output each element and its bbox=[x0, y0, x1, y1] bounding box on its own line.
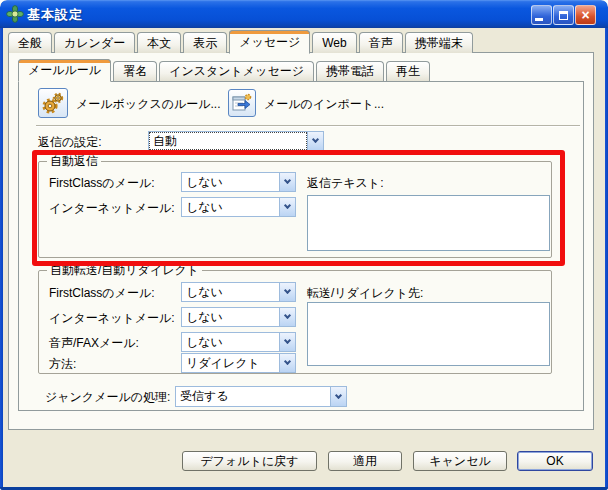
tab-mobile[interactable]: 携帯端末 bbox=[405, 32, 473, 53]
auto-forward-firstclass-label: FirstClassのメール: bbox=[49, 286, 155, 300]
titlebar[interactable]: 基本設定 × bbox=[0, 0, 608, 28]
close-button[interactable]: × bbox=[575, 5, 596, 25]
auto-forward-internet-dropdown[interactable]: しない bbox=[181, 307, 296, 327]
method-dropdown[interactable]: リダイレクト bbox=[181, 353, 296, 373]
reply-setting-label: 返信の設定: bbox=[38, 135, 102, 149]
chevron-down-icon[interactable] bbox=[307, 132, 323, 150]
window-title: 基本設定 bbox=[27, 6, 83, 24]
maximize-button[interactable] bbox=[553, 5, 574, 25]
tab-calendar[interactable]: カレンダー bbox=[54, 32, 135, 53]
app-flower-icon bbox=[6, 5, 24, 23]
maximize-icon bbox=[559, 11, 568, 20]
chevron-down-icon[interactable] bbox=[279, 308, 295, 326]
cancel-button[interactable]: キャンセル bbox=[413, 451, 507, 471]
tab-body[interactable]: 本文 bbox=[137, 32, 181, 53]
auto-forward-firstclass-dropdown[interactable]: しない bbox=[181, 282, 296, 302]
junk-mail-label: ジャンクメールの処理: bbox=[45, 390, 170, 404]
auto-forward-firstclass-value: しない bbox=[182, 283, 279, 301]
preferences-dialog: 基本設定 × 全般 カレンダー 本文 表示 メッセージ Web 音声 携帯端末 … bbox=[0, 0, 608, 490]
voice-fax-dropdown[interactable]: しない bbox=[181, 332, 296, 352]
method-value: リダイレクト bbox=[182, 354, 279, 372]
mailbox-rules-label: メールボックスのルール... bbox=[76, 96, 221, 112]
chevron-down-icon[interactable] bbox=[279, 354, 295, 372]
method-label: 方法: bbox=[49, 357, 76, 371]
tab-web[interactable]: Web bbox=[312, 32, 356, 53]
tab-mail-rules[interactable]: メールルール bbox=[18, 59, 111, 82]
mail-import-button[interactable] bbox=[228, 89, 256, 117]
main-tabstrip: 全般 カレンダー 本文 表示 メッセージ Web 音声 携帯端末 bbox=[8, 30, 473, 53]
tab-mobile-phone[interactable]: 携帯電話 bbox=[316, 61, 384, 81]
chevron-down-icon[interactable] bbox=[279, 333, 295, 351]
mail-import-icon bbox=[231, 92, 253, 114]
restore-defaults-button[interactable]: デフォルトに戻す bbox=[182, 451, 317, 471]
voice-fax-value: しない bbox=[182, 333, 279, 351]
toolbar-separator bbox=[36, 125, 580, 127]
tab-voice[interactable]: 音声 bbox=[359, 32, 403, 53]
chevron-down-icon[interactable] bbox=[330, 387, 346, 406]
reply-setting-dropdown[interactable]: 自動 bbox=[148, 131, 324, 151]
forward-to-area[interactable] bbox=[307, 302, 550, 366]
mailbox-rules-button[interactable] bbox=[38, 88, 68, 118]
tab-messages[interactable]: メッセージ bbox=[229, 30, 310, 54]
auto-forward-internet-label: インターネットメール: bbox=[49, 311, 175, 325]
apply-button[interactable]: 適用 bbox=[328, 451, 402, 471]
sub-tabstrip: メールルール 署名 インスタントメッセージ 携帯電話 再生 bbox=[18, 59, 430, 81]
gears-icon bbox=[41, 91, 65, 115]
annotation-rectangle bbox=[32, 150, 565, 266]
junk-mail-value: 受信する bbox=[176, 387, 330, 406]
tab-general[interactable]: 全般 bbox=[8, 32, 52, 53]
voice-fax-label: 音声/FAXメール: bbox=[49, 336, 139, 350]
ok-button[interactable]: OK bbox=[517, 451, 593, 471]
minimize-button[interactable] bbox=[531, 5, 552, 25]
close-icon: × bbox=[581, 8, 589, 22]
mail-import-label: メールのインポート... bbox=[264, 96, 384, 112]
tab-display[interactable]: 表示 bbox=[183, 32, 227, 53]
tab-playback[interactable]: 再生 bbox=[386, 61, 430, 81]
minimize-icon bbox=[535, 18, 543, 21]
forward-to-label: 転送/リダイレクト先: bbox=[307, 286, 423, 300]
reply-setting-value: 自動 bbox=[149, 132, 307, 150]
tab-signature[interactable]: 署名 bbox=[113, 61, 157, 81]
auto-forward-group: 自動転送/自動リダイレクト FirstClassのメール: しない インターネッ… bbox=[38, 270, 552, 374]
chevron-down-icon[interactable] bbox=[279, 283, 295, 301]
junk-mail-dropdown[interactable]: 受信する bbox=[175, 386, 347, 407]
tab-instant-message[interactable]: インスタントメッセージ bbox=[159, 61, 314, 81]
auto-forward-internet-value: しない bbox=[182, 308, 279, 326]
